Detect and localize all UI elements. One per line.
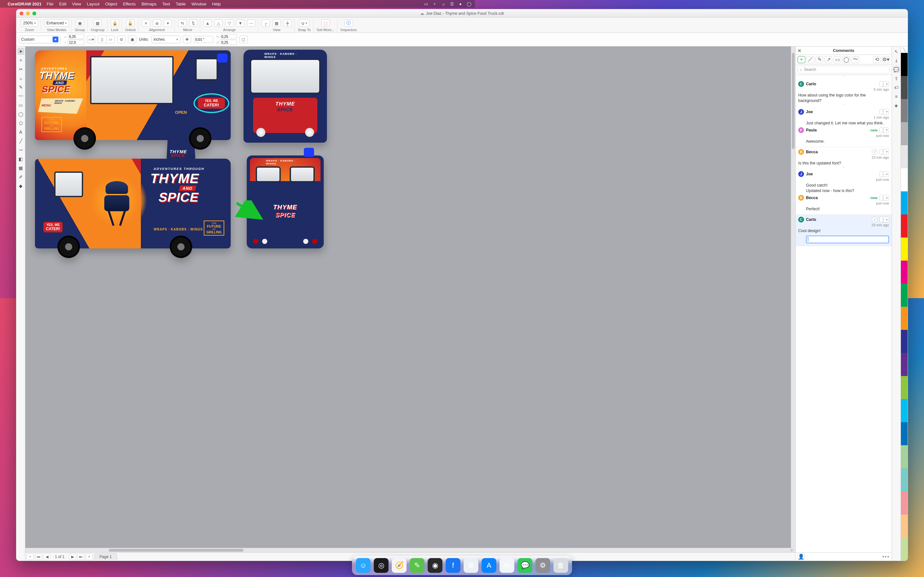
rectangle-tool[interactable]: ▭ <box>17 102 24 109</box>
dup-y-field[interactable] <box>220 40 237 45</box>
page-height-field[interactable] <box>68 40 84 45</box>
alignment-label: Alignment <box>149 28 165 32</box>
document-title: Joe Diaz - Thyme and Spice Food Truck.cd… <box>426 11 475 16</box>
menu-bitmaps[interactable]: Bitmaps <box>142 2 157 6</box>
menu-effects[interactable]: Effects <box>123 2 136 6</box>
shape-tool[interactable]: ✧ <box>17 57 24 64</box>
freehand-tool[interactable]: ✎ <box>17 84 24 91</box>
close-window-button[interactable] <box>19 11 23 15</box>
truck-side-view-2: ADVENTURES THROUGH THYME AND SPICE WRAPS… <box>35 159 231 248</box>
forward-button[interactable]: △ <box>214 19 223 27</box>
viewmodes-combo[interactable]: Enhanced ▾ <box>44 19 69 27</box>
snapto-combo[interactable]: ∪▾ <box>299 19 310 27</box>
menu-window[interactable]: Window <box>192 2 206 6</box>
canvas-wrap: ADVENTURES THROUGH THYME AND SPICE MENU … <box>25 47 475 298</box>
drop-shadow-tool[interactable]: ◧ <box>17 155 24 163</box>
menu-edit[interactable]: Edit <box>59 2 66 6</box>
menu-text[interactable]: Text <box>162 2 170 6</box>
page-width-icon: ↔ <box>63 35 67 39</box>
app-window: ☁ Joe Diaz - Thyme and Spice Food Truck.… <box>16 9 475 298</box>
annotation-arrow[interactable] <box>234 200 266 223</box>
arrange-label: Arrange <box>223 28 236 32</box>
comment-marker-2[interactable] <box>304 148 314 157</box>
orientation-portrait[interactable]: ▯ <box>98 35 106 43</box>
app-name[interactable]: CorelDRAW 2021 <box>8 2 41 6</box>
control-center-icon[interactable]: ☰ <box>450 2 454 6</box>
wifi-icon[interactable]: ᯤ <box>433 2 437 6</box>
unlock-button[interactable]: 🔓 <box>126 19 134 27</box>
arrange-more-button[interactable]: ⋯ <box>247 19 255 27</box>
align-center-button[interactable]: ≣ <box>153 19 161 27</box>
ellipse-tool[interactable]: ◯ <box>17 111 24 118</box>
guides-button[interactable]: ╪ <box>283 19 292 27</box>
parallel-dimension-tool[interactable]: ╱ <box>17 137 24 145</box>
menubar-menus: File Edit View Layout Object Effects Bit… <box>47 2 220 6</box>
dup-y-icon: ⤢ <box>216 41 220 44</box>
menu-object[interactable]: Object <box>105 2 118 6</box>
text-tool[interactable]: A <box>17 129 24 135</box>
annotation-ellipse[interactable] <box>194 93 229 113</box>
comment-marker-1[interactable] <box>217 53 228 63</box>
drawing-canvas[interactable]: ADVENTURES THROUGH THYME AND SPICE MENU … <box>25 47 475 298</box>
window-controls <box>19 11 36 15</box>
backward-button[interactable]: ▽ <box>225 19 234 27</box>
inspectors-label: Inspectors <box>341 28 357 32</box>
all-pages-button[interactable]: ⧉ <box>117 35 126 43</box>
connector-tool[interactable]: ⤳ <box>17 147 24 153</box>
menu-layout[interactable]: Layout <box>87 2 99 6</box>
lock-button[interactable]: 🔒 <box>111 19 119 27</box>
treat-as-filled-button[interactable]: ▢ <box>239 35 248 43</box>
fill-tool[interactable]: ◆ <box>17 182 24 189</box>
ungroup-label: Ungroup <box>91 28 104 32</box>
orientation-landscape[interactable]: ▭ <box>106 35 115 43</box>
crop-tool[interactable]: ✂ <box>17 66 24 73</box>
menu-help[interactable]: Help <box>212 2 221 6</box>
main-area: ➤ ✧ ✂ ⌕ ✎ 〰 ▭ ◯ ⬠ A ╱ ⤳ ◧ ▦ ✐ ◆ AD <box>16 47 475 298</box>
dup-x-field[interactable] <box>220 34 237 39</box>
titlebar: ☁ Joe Diaz - Thyme and Spice Food Truck.… <box>16 9 475 18</box>
mirror-v-button[interactable]: ⇅ <box>189 19 197 27</box>
getmore-label: Get More... <box>317 28 334 32</box>
mirror-h-button[interactable]: ⇆ <box>178 19 186 27</box>
rulers-button[interactable]: ┌ <box>262 19 270 27</box>
transparency-tool[interactable]: ▦ <box>17 164 24 171</box>
units-select[interactable]: inches▾ <box>152 35 180 43</box>
orientation-dropdown[interactable]: ▭▾ <box>87 35 95 43</box>
menu-view[interactable]: View <box>72 2 81 6</box>
ungroup-button[interactable]: ▦ <box>94 19 102 27</box>
to-front-button[interactable]: ▲ <box>204 19 212 27</box>
truck-side-view-1: ADVENTURES THROUGH THYME AND SPICE MENU … <box>35 50 231 140</box>
menu-table[interactable]: Table <box>176 2 186 6</box>
current-page-button[interactable]: ▣ <box>128 35 136 43</box>
artistic-media-tool[interactable]: 〰 <box>17 93 24 100</box>
page-width-field[interactable] <box>68 34 84 39</box>
menu-file[interactable]: File <box>47 2 53 6</box>
battery-icon[interactable]: ▭ <box>424 2 428 6</box>
snapto-label: Snap To <box>298 28 310 32</box>
mirror-label: Mirror <box>183 28 192 32</box>
align-left-button[interactable]: ≡ <box>142 19 150 27</box>
getmore-button[interactable]: ⬚ <box>321 19 330 27</box>
group-label: Group <box>75 28 85 32</box>
pick-tool[interactable]: ➤ <box>17 48 24 55</box>
page-height-icon: ↕ <box>63 41 67 44</box>
zoom-window-button[interactable] <box>32 11 36 15</box>
spotlight-icon[interactable]: ⌕ <box>443 2 445 6</box>
page-preset-select[interactable]: Custom▾ <box>19 35 61 43</box>
grid-button[interactable]: ▦ <box>272 19 281 27</box>
nudge-field[interactable] <box>194 36 213 43</box>
group-button[interactable]: ▣ <box>76 19 84 27</box>
viewmodes-label: View Modes <box>47 28 66 32</box>
minimize-window-button[interactable] <box>26 11 30 15</box>
zoom-combo[interactable]: 250% ▾ <box>21 19 38 27</box>
polygon-tool[interactable]: ⬠ <box>17 119 24 127</box>
inspectors-button[interactable]: ⓘ <box>344 19 353 27</box>
eyedropper-tool[interactable]: ✐ <box>17 173 24 181</box>
dup-x-icon: ⤡ <box>216 35 220 39</box>
siri-menubar-icon[interactable]: ◯ <box>467 2 472 6</box>
zoom-group: 250% ▾ Zoom <box>18 19 41 32</box>
align-dropdown[interactable]: ▾ <box>164 19 172 27</box>
user-icon[interactable]: ● <box>459 2 462 6</box>
zoom-tool[interactable]: ⌕ <box>17 75 24 82</box>
to-back-button[interactable]: ▼ <box>236 19 244 27</box>
